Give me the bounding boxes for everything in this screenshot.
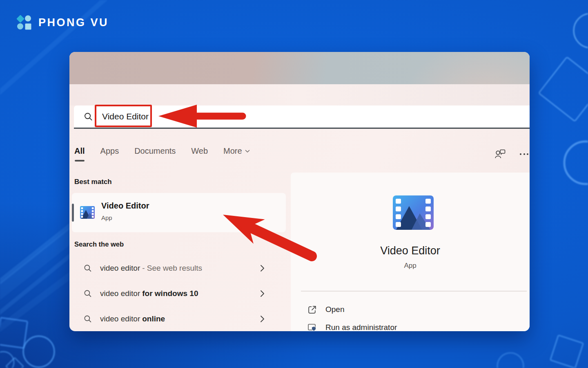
video-editor-app-icon	[80, 206, 95, 219]
video-editor-app-icon-large	[393, 195, 434, 230]
web-suggestions-list: video editor- See web results video edit…	[74, 256, 274, 331]
tab-all[interactable]: All	[74, 146, 85, 156]
run-as-admin-label: Run as administrator	[325, 323, 397, 331]
open-label: Open	[325, 305, 344, 314]
chevron-right-icon	[260, 290, 265, 297]
best-match-title: Video Editor	[101, 201, 149, 211]
best-match-heading: Best match	[74, 178, 112, 186]
more-options-icon[interactable]	[520, 153, 528, 155]
brand-logo-icon	[16, 15, 33, 30]
panel-header-strip	[69, 84, 530, 105]
search-icon	[84, 289, 92, 298]
chevron-down-icon	[245, 150, 250, 153]
action-open[interactable]: Open	[291, 301, 530, 319]
search-icon	[84, 112, 93, 121]
search-filter-tabs: All Apps Documents Web More	[74, 146, 250, 156]
tab-web[interactable]: Web	[191, 146, 208, 156]
search-input[interactable]	[102, 112, 274, 121]
search-icon	[84, 264, 92, 272]
tab-apps[interactable]: Apps	[100, 146, 119, 156]
web-suggestion-see-results[interactable]: video editor- See web results	[74, 256, 274, 281]
chevron-right-icon	[260, 265, 265, 272]
feedback-account-icon[interactable]	[494, 148, 506, 159]
selection-indicator-bar	[72, 204, 74, 222]
preview-app-type: App	[291, 262, 530, 270]
preview-app-title: Video Editor	[291, 245, 530, 257]
panel-wallpaper-band	[69, 52, 530, 84]
run-as-admin-icon	[307, 323, 317, 331]
best-match-result[interactable]: Video Editor App	[72, 193, 286, 232]
action-run-as-administrator[interactable]: Run as administrator	[291, 319, 530, 331]
divider	[301, 291, 527, 292]
best-match-type: App	[101, 214, 112, 221]
chevron-right-icon	[260, 315, 265, 323]
app-preview-pane: Video Editor App Open Run as administrat…	[291, 173, 530, 331]
open-external-icon	[307, 305, 317, 315]
windows-search-panel: All Apps Documents Web More Best match	[69, 52, 530, 331]
web-suggestion-for-windows-10[interactable]: video editorfor windows 10	[74, 281, 274, 306]
search-the-web-heading: Search the web	[74, 240, 124, 248]
search-icon	[84, 315, 92, 323]
tab-documents[interactable]: Documents	[134, 146, 176, 156]
search-bar[interactable]	[74, 105, 530, 129]
brand-logo: PHONG VU	[16, 15, 109, 30]
brand-name: PHONG VU	[38, 16, 109, 29]
tab-more[interactable]: More	[223, 146, 250, 156]
web-suggestion-online[interactable]: video editoronline	[74, 306, 274, 331]
